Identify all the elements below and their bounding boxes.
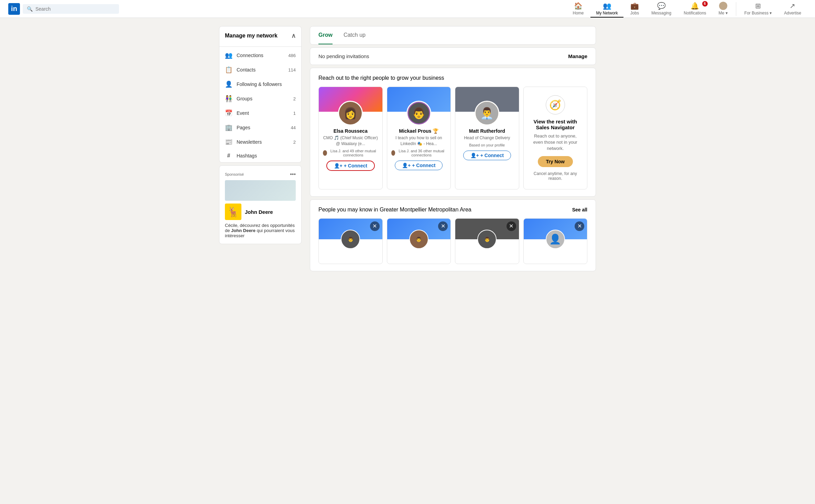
hashtag-icon: # (225, 153, 232, 159)
person-info-matt: Matt Rutherford Head of Change Delivery … (455, 125, 519, 168)
linkedin-logo[interactable]: in (8, 3, 20, 15)
know-header: People you may know in Greater Montpelli… (318, 207, 587, 213)
page-layout: Manage my network ∧ 👥 Connections 486 📋 … (214, 26, 601, 271)
connections-icon: 👥 (225, 52, 232, 59)
nav-divider (736, 2, 736, 16)
know-dismiss-1[interactable]: ✕ (370, 221, 380, 231)
person-card-elsa: 👩 Elsa Rousseca CMO 🎵 (Chief Music Offic… (318, 87, 383, 189)
search-input[interactable] (35, 6, 115, 12)
jobs-icon: 💼 (630, 2, 639, 10)
hashtags-label: Hashtags (237, 153, 292, 158)
avatar (719, 2, 727, 10)
sidebar-header: Manage my network ∧ (219, 26, 301, 45)
sidebar-item-pages[interactable]: 🏢 Pages 44 (219, 120, 301, 135)
main-content: Grow Catch up No pending invitations Man… (310, 26, 596, 271)
contacts-icon: 📋 (225, 66, 232, 74)
connect-button-mickael[interactable]: 👤+ + Connect (395, 161, 443, 170)
connections-count: 486 (288, 53, 296, 58)
sidebar-item-groups[interactable]: 👫 Groups 2 (219, 91, 301, 106)
person-info-mickael: Mickael Prous 🏆 I teach you how to sell … (387, 125, 451, 178)
know-person-info-4 (524, 249, 587, 264)
nav-my-network[interactable]: 👥 My Network (590, 0, 623, 18)
know-dismiss-4[interactable]: ✕ (575, 221, 584, 231)
know-row: ✕ 👨 ✕ 👨 (318, 218, 587, 264)
home-icon: 🏠 (574, 2, 583, 10)
avatar-matt: 👨‍💼 (475, 101, 499, 125)
messaging-icon: 💬 (657, 2, 666, 10)
nav-jobs[interactable]: 💼 Jobs (625, 0, 644, 18)
grow-title: Reach out to the right people to grow yo… (318, 75, 587, 81)
tab-catchup[interactable]: Catch up (344, 26, 366, 44)
tab-grow[interactable]: Grow (318, 26, 333, 44)
know-person-card-1: ✕ 👨 (318, 218, 383, 264)
newsletters-label: Newsletters (237, 139, 289, 145)
events-label: Event (237, 110, 289, 116)
nav-notifications[interactable]: 🔔 6 Notifications (678, 0, 711, 18)
notifications-badge: 6 (702, 1, 708, 7)
know-person-card-4: ✕ 👤 (523, 218, 588, 264)
brand-logo: 🦌 (225, 204, 241, 220)
advertise-icon: ↗ (790, 2, 795, 10)
manage-link[interactable]: Manage (568, 53, 587, 59)
person-title-mickael: I teach you how to sell on LinkedIn 🎭 - … (391, 135, 447, 147)
brand-name: John Deere (245, 209, 273, 215)
mutual-avatar-mickael (391, 150, 395, 156)
know-person-title-2 (390, 255, 448, 260)
search-icon: 🔍 (27, 6, 33, 12)
know-person-info-2 (387, 249, 451, 264)
nav-home[interactable]: 🏠 Home (567, 0, 589, 18)
see-all-link[interactable]: See all (572, 207, 587, 212)
nav-advertise[interactable]: ↗ Advertise (779, 0, 807, 18)
nav-messaging[interactable]: 💬 Messaging (646, 0, 677, 18)
sidebar-item-contacts[interactable]: 📋 Contacts 114 (219, 63, 301, 77)
manage-network-card: Manage my network ∧ 👥 Connections 486 📋 … (219, 26, 302, 163)
sidebar-item-events[interactable]: 📅 Event 1 (219, 106, 301, 120)
tabs-card: Grow Catch up (310, 26, 596, 45)
newsletters-icon: 📰 (225, 138, 232, 146)
sponsored-brand: 🦌 John Deere (225, 204, 296, 220)
sponsored-dots[interactable]: ••• (290, 171, 296, 177)
connect-button-elsa[interactable]: 👤+ + Connect (326, 161, 375, 171)
mutual-avatar-elsa (323, 150, 327, 156)
connect-plus-icon-mickael: 👤+ (402, 163, 411, 168)
search-bar[interactable]: 🔍 (23, 4, 119, 14)
know-person-info-1 (319, 249, 382, 264)
main-nav: 🏠 Home 👥 My Network 💼 Jobs 💬 Messaging 🔔… (567, 0, 807, 18)
my-network-icon: 👥 (603, 2, 611, 10)
know-person-name-3 (458, 250, 516, 255)
newsletters-count: 2 (293, 140, 296, 145)
know-person-card-2: ✕ 👨 (387, 218, 451, 264)
know-person-title-3 (458, 255, 516, 260)
try-now-button[interactable]: Try Now (538, 156, 573, 167)
nav-advertise-label: Advertise (784, 11, 801, 15)
sidebar-item-following[interactable]: 👤 Following & followers (219, 77, 301, 91)
sponsored-label: Sponsorisé (225, 172, 244, 176)
mutual-text-elsa: Lisa J. and 49 other mutual connections (328, 149, 378, 157)
connections-label: Connections (237, 53, 284, 58)
following-label: Following & followers (237, 81, 292, 87)
know-dismiss-2[interactable]: ✕ (438, 221, 448, 231)
avatar-elsa: 👩 (338, 101, 363, 125)
know-dismiss-3[interactable]: ✕ (507, 221, 516, 231)
pages-label: Pages (237, 125, 287, 130)
person-mutual-mickael: Lisa J. and 36 other mutual connections (391, 149, 447, 157)
invitation-text: No pending invitations (318, 53, 369, 59)
person-title-elsa: CMO 🎵 (Chief Music Officer) @ Waalaxy (e… (323, 135, 378, 147)
groups-count: 2 (293, 96, 296, 101)
sales-nav-desc: Reach out to anyone, even those not in y… (529, 133, 582, 152)
know-person-name-2 (390, 250, 448, 255)
avatar-elsa-img: 👩 (339, 102, 362, 124)
nav-notifications-label: Notifications (684, 11, 706, 15)
know-person-avatar-3: 👨 (477, 230, 497, 249)
grow-card: Reach out to the right people to grow yo… (310, 68, 596, 197)
sidebar-item-connections[interactable]: 👥 Connections 486 (219, 48, 301, 63)
know-title: People you may know in Greater Montpelli… (318, 207, 471, 213)
chevron-up-icon[interactable]: ∧ (291, 32, 296, 40)
sidebar-item-hashtags[interactable]: # Hashtags (219, 149, 301, 162)
nav-for-business[interactable]: ⊞ For Business ▾ (739, 0, 777, 18)
following-icon: 👤 (225, 80, 232, 88)
sales-nav-card: 🧭 View the rest with Sales Navigator Rea… (523, 87, 588, 189)
sidebar-item-newsletters[interactable]: 📰 Newsletters 2 (219, 135, 301, 149)
nav-me[interactable]: Me ▾ (713, 0, 733, 18)
connect-button-matt[interactable]: 👤+ + Connect (463, 151, 511, 160)
